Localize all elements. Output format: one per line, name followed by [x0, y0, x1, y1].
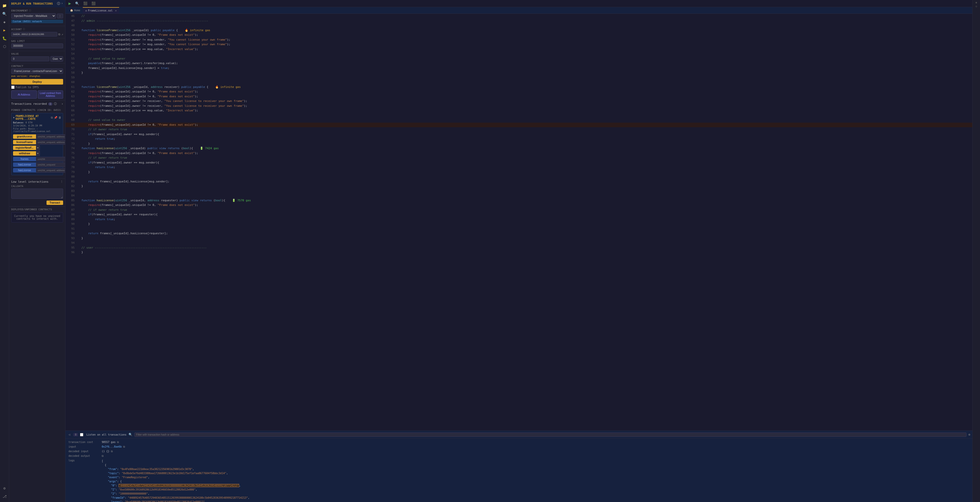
- listen-checkbox[interactable]: [80, 433, 83, 436]
- fn-withdraw-chevron[interactable]: ▼: [36, 151, 40, 156]
- icon-sidebar: 📁 🔍 ◆ ▶ 🐛 ⬡ ⚙ ⎇: [0, 0, 9, 502]
- at-address-button[interactable]: At Address: [11, 91, 37, 98]
- code-line-77: 77 if(frames[_uniqueId].owner == msg.sen…: [65, 160, 972, 165]
- fn-withdraw-btn[interactable]: withdraw: [13, 151, 36, 156]
- settings-bottom-icon[interactable]: ⚙: [1, 485, 8, 492]
- contract-copy-icon[interactable]: ⧉: [51, 116, 53, 119]
- code-line-96: 96 }: [65, 250, 972, 255]
- publish-ipfs-checkbox[interactable]: [11, 86, 14, 89]
- fn-grantaccess-input[interactable]: [36, 134, 65, 139]
- code-line-80: 80: [65, 175, 972, 180]
- fn-haslicense2-input[interactable]: [36, 168, 65, 173]
- tab-file[interactable]: ◇ FrameLicense.sol ✕: [83, 7, 119, 14]
- low-level-title: Low level interactions: [11, 180, 49, 183]
- tx-decoded-output-row: decoded output ⧉: [68, 454, 969, 458]
- tx-cost-copy-icon[interactable]: ⧉: [117, 441, 119, 444]
- fn-withdraw: withdraw ▼: [13, 151, 61, 156]
- external-link-icon[interactable]: ↗: [61, 33, 63, 36]
- search-toolbar-button[interactable]: 🔍: [74, 1, 80, 6]
- right-mini-icon-2[interactable]: ◎: [975, 5, 977, 8]
- toolbar: ▶ 🔍 ⬛ ⬛: [65, 0, 972, 7]
- fn-grantaccess-btn[interactable]: grantAccess: [13, 134, 36, 139]
- fn-registernew-btn[interactable]: registerNewF...: [13, 146, 36, 150]
- transactions-chevron-icon[interactable]: ›: [61, 102, 63, 105]
- search-sidebar-icon[interactable]: 🔍: [1, 10, 8, 17]
- fn-haslicense1-input[interactable]: [36, 162, 65, 167]
- calldata-textarea[interactable]: [11, 189, 63, 199]
- file-tab-label: FrameLicense.sol: [88, 9, 113, 12]
- load-contract-button[interactable]: Load contract from Address: [38, 91, 64, 98]
- code-line-86: 86 require(frames[_uniqueId].uniqueId !=…: [65, 203, 972, 208]
- tab-home[interactable]: 🏠 Home: [67, 7, 83, 13]
- unit-select[interactable]: Gwei Wei Finney Ether: [50, 56, 63, 62]
- fn-registernew-chevron[interactable]: ▼: [36, 145, 40, 150]
- code-line-87: 87 // if owner return true: [65, 208, 972, 213]
- code-line-59: 59: [65, 75, 972, 80]
- run-button[interactable]: ▶: [67, 1, 72, 6]
- contract-item: ▼ FRAMELICENSE AT 0XFFB...C3D7E ⧉ 📌 🗑 Ba…: [11, 113, 63, 175]
- tx-input-label: input: [68, 445, 102, 448]
- fn-frames-btn[interactable]: frames: [13, 157, 36, 161]
- git-icon[interactable]: ⎇: [1, 493, 8, 500]
- code-line-89: 89 return true;: [65, 217, 972, 222]
- code-editor[interactable]: 46 // 47 // admin ----------------------…: [65, 14, 972, 431]
- debug-toolbar-button[interactable]: ⬛: [91, 1, 97, 6]
- panel-info-icon[interactable]: ⓘ: [57, 2, 60, 6]
- bottom-collapse-left-icon[interactable]: ◁: [67, 432, 71, 437]
- code-line-62: 62 require(frames[_uniqueId].uniqueId !=…: [65, 89, 972, 94]
- fn-haslicense1-btn[interactable]: hasLicense: [13, 162, 36, 167]
- panel-chevron-icon[interactable]: ›: [61, 2, 63, 6]
- fn-grantaccess: grantAccess ▼: [13, 134, 61, 139]
- files-icon[interactable]: 📁: [1, 2, 8, 9]
- tx-decoded-output-copy-icon[interactable]: ⧉: [102, 454, 103, 458]
- transact-button[interactable]: Transact: [46, 200, 63, 205]
- provider-menu-icon[interactable]: ⋮: [57, 14, 63, 18]
- publish-ipfs-label: Publish to IPFS: [16, 86, 38, 89]
- transactions-header[interactable]: Transactions recorded 1 ⓘ ›: [9, 100, 65, 107]
- tx-cost-value: 90557 gas: [102, 441, 116, 443]
- low-level-menu-icon[interactable]: ⋮: [60, 180, 63, 183]
- tx-input-row: input 0x2f6...8ae6b ⧉: [68, 445, 969, 448]
- solidity-icon[interactable]: ◆: [1, 18, 8, 25]
- code-line-55: 55 // send value to owner: [65, 56, 972, 61]
- code-line-60: 60: [65, 80, 972, 85]
- contract-expand-icon[interactable]: ▼: [13, 116, 14, 119]
- code-line-95: 95 // user -----------------------------…: [65, 246, 972, 250]
- tx-logs-row: logs [ { "from": "0x4Fe80bae221b8eac35a3…: [68, 459, 969, 502]
- fn-frames-input[interactable]: [36, 157, 65, 162]
- panel-title: DEPLOY & RUN TRANSACTIONS: [11, 2, 53, 5]
- tab-close-icon[interactable]: ✕: [115, 9, 116, 12]
- deploy-button[interactable]: Deploy: [11, 79, 63, 84]
- right-mini-icon-1[interactable]: ◉: [975, 1, 977, 4]
- code-line-51: 51 require(frames[_uniqueId].owner != ms…: [65, 38, 972, 43]
- account-section: ACCOUNT ⓘ ⧉ ↗: [9, 26, 65, 38]
- code-line-67: 67: [65, 113, 972, 118]
- filter-input[interactable]: [134, 432, 966, 437]
- tx-decoded-output-label: decoded output: [68, 454, 102, 457]
- provider-select[interactable]: Injected Provider - MetaMask: [11, 13, 56, 19]
- contract-pin-icon[interactable]: 📌: [54, 116, 57, 119]
- tx-input-copy-icon[interactable]: ⧉: [123, 445, 125, 448]
- copy-account-icon[interactable]: ⧉: [58, 33, 60, 36]
- filter-search-icon[interactable]: 🔍: [129, 433, 132, 436]
- value-input[interactable]: [11, 56, 49, 61]
- deploy-icon[interactable]: ▶: [1, 27, 8, 34]
- code-line-82: 82 }: [65, 184, 972, 189]
- contract-select[interactable]: FrameLicense - contracts/FrameLicens:: [11, 68, 63, 74]
- tx-decoded-input-copy-icon[interactable]: ⧉: [111, 450, 113, 453]
- bottom-settings-icon[interactable]: ⚙: [969, 433, 970, 436]
- code-line-69: 69 require(frames[_uniqueId].uniqueId !=…: [65, 122, 972, 127]
- evm-version: evm version: shanghai: [11, 75, 63, 78]
- gas-input[interactable]: [11, 43, 63, 48]
- fn-licenseframe-btn[interactable]: licenseFrame: [13, 140, 36, 145]
- fn-haslicense2-btn[interactable]: hasLicense: [13, 168, 36, 172]
- fn-licenseframe-input[interactable]: [36, 140, 65, 145]
- contract-delete-icon[interactable]: 🗑: [59, 116, 61, 119]
- stop-button[interactable]: ⬛: [82, 1, 88, 6]
- account-input[interactable]: [11, 32, 57, 37]
- debug-icon[interactable]: 🐛: [1, 35, 8, 42]
- environment-section: ENVIRONMENT ⓘ Injected Provider - MetaMa…: [9, 7, 65, 26]
- code-line-70: 70 // if owner return true: [65, 127, 972, 132]
- plugin-icon[interactable]: ⬡: [1, 43, 8, 50]
- fn-registernew: registerNewF... ▼: [13, 145, 61, 150]
